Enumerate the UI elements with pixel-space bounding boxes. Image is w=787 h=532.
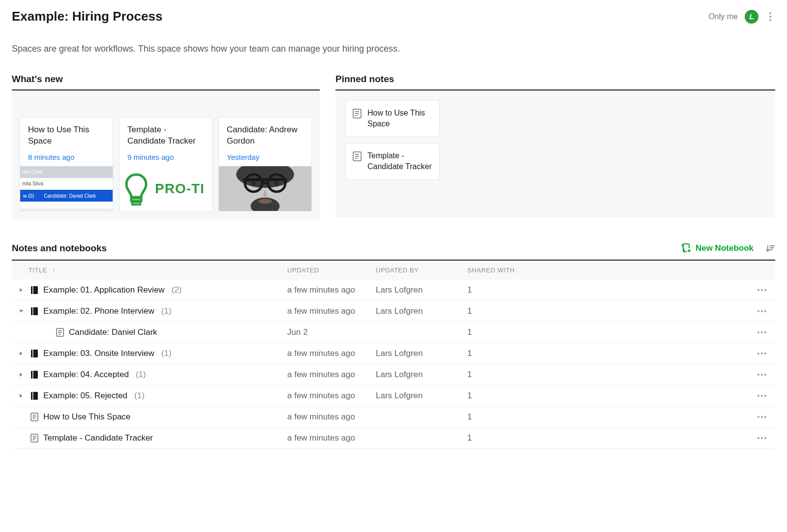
whats-new-card[interactable]: Candidate: Andrew Gordon Yesterday	[218, 117, 312, 211]
row-updated: a few minutes ago	[287, 412, 376, 422]
row-count: (1)	[161, 349, 172, 358]
notebook-icon	[30, 286, 38, 295]
note-icon	[30, 413, 38, 421]
row-updated: a few minutes ago	[287, 306, 376, 316]
share-label[interactable]: Only me	[708, 12, 738, 21]
row-more-icon[interactable]	[757, 331, 767, 333]
expand-toggle[interactable]	[17, 393, 26, 398]
expand-toggle[interactable]	[17, 288, 26, 293]
pinned-note-title: Template - Candidate Tracker	[367, 150, 432, 173]
note-icon	[56, 328, 64, 337]
row-more-icon[interactable]	[757, 353, 767, 355]
page-title: Example: Hiring Process	[12, 9, 162, 24]
table-row[interactable]: Example: 05. Rejected (1)a few minutes a…	[12, 385, 775, 407]
row-name: How to Use This Space	[43, 412, 130, 422]
pinned-note[interactable]: How to Use This Space	[345, 100, 440, 137]
row-name: Example: 05. Rejected	[43, 391, 127, 401]
pinned-note-title: How to Use This Space	[367, 108, 432, 130]
whats-new-card[interactable]: Template - Candidate Tracker 9 minutes a…	[119, 117, 212, 211]
row-updated: a few minutes ago	[287, 285, 376, 295]
card-title: Template - Candidate Tracker	[127, 124, 204, 147]
table-row[interactable]: Example: 03. Onsite Interview (1)a few m…	[12, 343, 775, 364]
row-updated-by: Lars Lofgren	[376, 349, 467, 358]
sort-icon[interactable]	[765, 243, 775, 253]
row-more-icon[interactable]	[757, 310, 767, 312]
table-row[interactable]: Candidate: Daniel ClarkJun 21	[12, 322, 775, 343]
row-more-icon[interactable]	[757, 395, 767, 397]
row-more-icon[interactable]	[757, 416, 767, 418]
avatar-initial: L	[749, 12, 754, 21]
row-shared-with: 1	[467, 412, 750, 422]
row-more-icon[interactable]	[757, 437, 767, 439]
row-updated: a few minutes ago	[287, 433, 376, 443]
pinned-panel: How to Use This Space Template - Candida…	[335, 90, 775, 217]
svg-rect-40	[31, 392, 38, 400]
column-sharedwith-header[interactable]: SHARED WITH	[467, 266, 750, 274]
face-photo-placeholder	[219, 166, 311, 211]
svg-point-9	[274, 180, 279, 185]
row-more-icon[interactable]	[757, 289, 767, 291]
note-icon	[30, 434, 38, 443]
svg-rect-4	[243, 178, 287, 181]
svg-rect-37	[32, 350, 33, 357]
whats-new-card[interactable]: How to Use This Space 8 minutes ago niel…	[20, 117, 113, 211]
sort-arrow-up-icon: ↑	[52, 266, 56, 274]
card-title: How to Use This Space	[28, 124, 105, 147]
notebook-icon	[30, 370, 38, 379]
chevron-right-icon	[19, 351, 24, 356]
table-row[interactable]: How to Use This Spacea few minutes ago1	[12, 407, 775, 428]
row-updated: a few minutes ago	[287, 370, 376, 380]
new-notebook-button[interactable]: New Notebook	[682, 243, 754, 253]
row-shared-with: 1	[467, 391, 750, 401]
avatar[interactable]: L	[745, 10, 758, 24]
chevron-right-icon	[19, 372, 24, 377]
expand-toggle[interactable]	[17, 372, 26, 377]
row-count: (2)	[172, 285, 182, 295]
table-row[interactable]: Template - Candidate Trackera few minute…	[12, 428, 775, 449]
svg-rect-28	[31, 286, 38, 294]
note-icon	[353, 109, 362, 118]
table-row[interactable]: Example: 01. Application Review (2)a few…	[12, 280, 775, 301]
notebook-add-icon	[682, 243, 692, 253]
row-count: (1)	[134, 391, 145, 401]
card-title: Candidate: Andrew Gordon	[227, 124, 303, 147]
notebook-icon	[30, 391, 38, 400]
row-shared-with: 1	[467, 306, 750, 316]
table-header: TITLE ↑ UPDATED UPDATED BY SHARED WITH	[12, 261, 775, 280]
svg-rect-36	[31, 350, 38, 357]
notes-heading: Notes and notebooks	[12, 243, 107, 254]
row-shared-with: 1	[467, 370, 750, 380]
column-updatedby-header[interactable]: UPDATED BY	[376, 266, 467, 274]
row-shared-with: 1	[467, 433, 750, 443]
pinned-note[interactable]: Template - Candidate Tracker	[345, 143, 440, 180]
row-shared-with: 1	[467, 327, 750, 337]
chevron-down-icon	[19, 309, 24, 314]
row-count: (1)	[136, 370, 146, 380]
row-count: (1)	[161, 306, 172, 316]
notebook-icon	[30, 349, 38, 358]
pinned-heading: Pinned notes	[335, 74, 775, 90]
expand-toggle[interactable]	[17, 309, 26, 314]
row-name: Example: 04. Accepted	[43, 370, 129, 380]
row-shared-with: 1	[467, 349, 750, 358]
expand-toggle[interactable]	[17, 351, 26, 356]
card-timestamp: 8 minutes ago	[28, 153, 105, 161]
row-name: Example: 01. Application Review	[43, 285, 165, 295]
column-title-header[interactable]: TITLE ↑	[12, 266, 287, 274]
svg-rect-30	[31, 307, 38, 315]
svg-rect-31	[32, 307, 33, 315]
row-updated-by: Lars Lofgren	[376, 285, 467, 295]
svg-rect-29	[32, 286, 33, 294]
card-preview	[219, 166, 311, 211]
lightbulb-icon	[122, 172, 150, 206]
table-row[interactable]: Example: 02. Phone Interview (1)a few mi…	[12, 301, 775, 322]
row-updated-by: Lars Lofgren	[376, 391, 467, 401]
row-shared-with: 1	[467, 285, 750, 295]
more-menu-icon[interactable]	[765, 12, 775, 21]
svg-rect-0	[131, 198, 141, 201]
svg-rect-39	[32, 371, 33, 379]
table-row[interactable]: Example: 04. Accepted (1)a few minutes a…	[12, 364, 775, 385]
card-timestamp: 9 minutes ago	[127, 153, 204, 161]
column-updated-header[interactable]: UPDATED	[287, 266, 376, 274]
row-more-icon[interactable]	[757, 374, 767, 376]
